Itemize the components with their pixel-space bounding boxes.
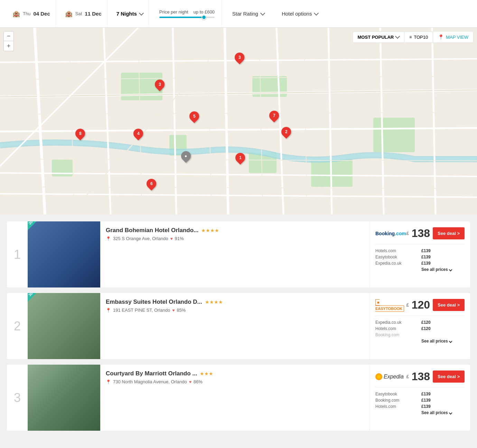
price-slider-fill [159, 17, 206, 18]
map-pin-6[interactable]: 6 [147, 179, 156, 189]
hotel-street-3: 730 North Magnolia Avenue, Orlando [113, 379, 187, 384]
price-source: Hotels.com [375, 326, 419, 331]
price-amount [421, 332, 465, 337]
primary-deal-2: ■ EASYTOBOOK £120 See deal > [375, 299, 465, 316]
hotel-image-1[interactable]: 30% Off [28, 221, 100, 287]
primary-price-1: 138 [412, 227, 430, 240]
price-source: Booking.com [375, 398, 419, 403]
checkout-label: Sat [75, 11, 82, 16]
see-all-prices-2[interactable]: See all prices [421, 339, 465, 344]
map-pin-8[interactable]: 8 [75, 129, 85, 138]
hotel-rank-1: 1 [7, 221, 28, 287]
map-container[interactable]: − + MOST POPULAR ≡ TOP10 📍 MAP VIEW 1 ● … [0, 28, 477, 214]
see-deal-button-1[interactable]: See deal > [433, 227, 465, 239]
hotel-title-row-3: Courtyard By Marriott Orlando ... ★★★ [106, 370, 364, 377]
map-pin-7[interactable]: 7 [269, 111, 279, 120]
pin-number-7: 7 [273, 113, 275, 118]
pin-number-5: 5 [193, 114, 196, 119]
map-pin-1-selected[interactable]: ● [181, 151, 191, 161]
map-pin-5[interactable]: 5 [189, 111, 199, 121]
map-pin-4[interactable]: 4 [133, 129, 143, 138]
pin-number-6: 6 [150, 181, 153, 186]
hotel-street-2: 191 EAST PINE ST, Orlando [113, 308, 170, 313]
price-amount: £139 [421, 248, 465, 253]
see-all-prices-1[interactable]: See all prices [421, 267, 465, 272]
most-popular-button[interactable]: MOST POPULAR [353, 31, 405, 43]
nights-chevron-icon [139, 10, 144, 15]
price-slider-thumb[interactable] [202, 15, 206, 20]
hotel-name-2[interactable]: Embassy Suites Hotel Orlando D... [106, 299, 202, 305]
hotel-address-1: 📍 325 S Orange Ave, Orlando ♥ 91% [106, 236, 364, 241]
price-source: Hotels.com [375, 248, 419, 253]
price-amount: £139 [421, 255, 465, 259]
see-all-prices-3[interactable]: See all prices [421, 410, 465, 415]
primary-deal-1: Booking.com £138 See deal > [375, 227, 465, 244]
price-amount: £139 [421, 261, 465, 266]
hotel-stars-1: ★★★★ [201, 228, 219, 233]
price-slider[interactable] [159, 17, 215, 18]
price-source: Expedia.co.uk [375, 320, 419, 325]
map-pin-3-top[interactable]: 3 [235, 53, 244, 62]
hotel-options-chevron-icon [314, 10, 319, 15]
price-section[interactable]: Price per night up to £600 [152, 0, 222, 27]
hotel-address-3: 📍 730 North Magnolia Avenue, Orlando ♥ 8… [106, 379, 364, 384]
price-max: up to £600 [193, 9, 214, 15]
hotel-stars-2: ★★★★ [205, 299, 223, 305]
see-all-chevron-icon [449, 268, 452, 271]
see-deal-button-2[interactable]: See deal > [433, 299, 465, 311]
primary-price-3: 138 [412, 370, 430, 383]
hotel-title-row-2: Embassy Suites Hotel Orlando D... ★★★★ [106, 299, 364, 305]
other-prices-2: Expedia.co.uk £120 Hotels.com £120 Booki… [375, 320, 465, 344]
heart-icon-2: ♥ [172, 308, 175, 313]
heart-icon-3: ♥ [189, 380, 191, 384]
checkout-section[interactable]: 🏨 Sat 11 Dec [59, 0, 107, 27]
hotel-item: 1 30% Off Grand Bohemian Hotel Orlando..… [7, 221, 470, 287]
hotel-options-label: Hotel options [282, 11, 312, 17]
checkin-date: 04 Dec [33, 11, 50, 17]
map-zoom-controls[interactable]: − + [3, 31, 14, 51]
location-icon: 📍 [106, 308, 111, 313]
zoom-out-button[interactable]: − [4, 31, 13, 41]
primary-deal-3: Expedia £138 See deal > [375, 370, 465, 387]
hotel-street-1: 325 S Orange Ave, Orlando [113, 236, 168, 241]
other-prices-1: Hotels.com £139 Easytobook £139 Expedia.… [375, 248, 465, 272]
other-prices-3: Easytobook £139 Booking.com £139 Hotels.… [375, 392, 465, 415]
map-pin-3[interactable]: 3 [155, 80, 165, 89]
expedia-logo-3: Expedia [375, 373, 404, 380]
hotel-address-2: 📍 191 EAST PINE ST, Orlando ♥ 85% [106, 308, 364, 313]
checkin-section[interactable]: 🏨 Thu 04 Dec [7, 0, 56, 27]
hotel-satisfaction-1: 91% [175, 236, 184, 241]
star-rating-button[interactable]: Star Rating [225, 0, 271, 27]
price-amount: £139 [421, 404, 465, 409]
see-deal-button-3[interactable]: See deal > [433, 371, 465, 383]
location-icon: 📍 [106, 236, 111, 241]
zoom-in-button[interactable]: + [4, 41, 13, 51]
hotel-satisfaction-2: 85% [177, 308, 186, 313]
hotel-price-panel-3: Expedia £138 See deal > Easytobook £139 … [370, 365, 470, 431]
nights-section[interactable]: 7 Nights [111, 0, 149, 27]
hotel-name-1[interactable]: Grand Bohemian Hotel Orlando... [106, 227, 198, 234]
map-pin-1[interactable]: 1 [235, 153, 245, 163]
price-source: Hotels.com [375, 404, 419, 409]
sort-chevron-icon [395, 34, 400, 39]
hotel-price-panel-2: ■ EASYTOBOOK £120 See deal > Expedia.co.… [370, 293, 470, 359]
see-all-chevron-icon [449, 339, 452, 343]
hotel-list: 1 30% Off Grand Bohemian Hotel Orlando..… [0, 214, 477, 443]
hotel-rank-3: 3 [7, 365, 28, 431]
checkout-date: 11 Dec [85, 11, 101, 17]
checkin-label: Thu [23, 11, 30, 16]
mapview-button[interactable]: 📍 MAP VIEW [433, 31, 474, 43]
hotel-options-button[interactable]: Hotel options [275, 0, 325, 27]
hotel-name-3[interactable]: Courtyard By Marriott Orlando ... [106, 370, 197, 377]
hotel-image-2[interactable]: 30% Off [28, 293, 100, 359]
hotel-satisfaction-3: 86% [194, 379, 203, 384]
map-toolbar: MOST POPULAR ≡ TOP10 📍 MAP VIEW [353, 31, 474, 43]
pin-number-4: 4 [137, 131, 140, 136]
easytobook-logo-2: ■ EASYTOBOOK [375, 299, 406, 311]
booking-logo-1: Booking.com [375, 230, 406, 237]
hotel-info-2: Embassy Suites Hotel Orlando D... ★★★★ 📍… [100, 293, 370, 359]
map-pin-2[interactable]: 2 [281, 127, 291, 137]
hotel-image-3[interactable] [28, 365, 100, 431]
see-all-chevron-icon [449, 411, 452, 414]
top10-button[interactable]: ≡ TOP10 [404, 31, 433, 43]
